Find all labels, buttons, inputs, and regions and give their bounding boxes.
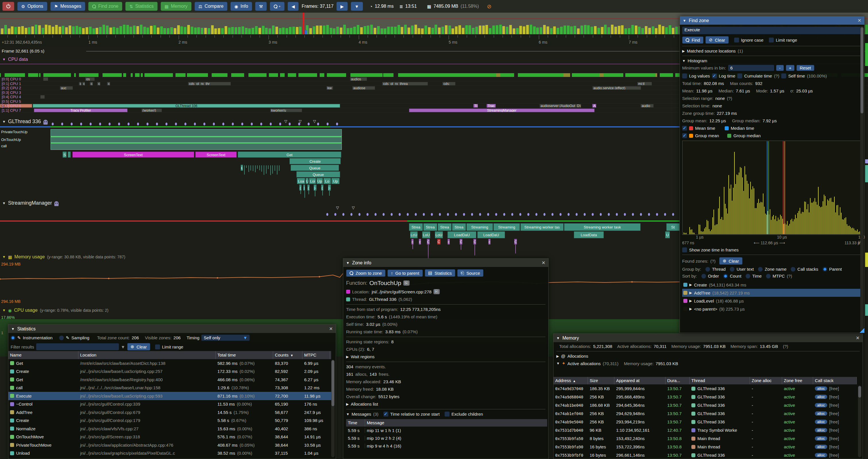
frame-bar[interactable] xyxy=(18,27,21,34)
frame-bar[interactable] xyxy=(282,28,285,34)
frame-bar[interactable] xyxy=(326,25,329,34)
tools-button[interactable]: ⚒ xyxy=(255,2,267,11)
frame-bar[interactable] xyxy=(472,28,474,34)
frame-bar[interactable] xyxy=(59,27,61,34)
column-header-size[interactable]: Size xyxy=(588,377,614,384)
frame-bar[interactable] xyxy=(411,26,413,34)
zone[interactable]: Loi xyxy=(309,178,316,184)
frame-bar[interactable] xyxy=(401,27,403,34)
instrumentation-radio[interactable] xyxy=(11,335,15,340)
frame-bar[interactable] xyxy=(48,25,51,34)
cpu-zone[interactable]: Tracy Profiler xyxy=(34,108,127,112)
alloc-callstack-button[interactable]: alloc xyxy=(815,403,827,407)
frame-bar[interactable] xyxy=(391,27,393,34)
frame-bar[interactable] xyxy=(621,25,624,34)
cpu-zone[interactable] xyxy=(43,77,48,81)
frame-bar[interactable] xyxy=(635,26,638,34)
frame-bar[interactable] xyxy=(408,28,410,34)
help-icon[interactable]: (?) xyxy=(710,259,715,264)
zone[interactable]: ScreenText xyxy=(72,152,194,158)
zone[interactable]: Get xyxy=(238,152,341,158)
frame-bar[interactable] xyxy=(377,26,380,34)
frame-bar[interactable] xyxy=(479,26,482,34)
radio-count[interactable] xyxy=(723,274,728,278)
frame-bar[interactable] xyxy=(38,25,41,34)
frame-bar[interactable] xyxy=(431,28,434,34)
cpu-zone[interactable]: auc xyxy=(60,86,73,90)
frame-bar[interactable] xyxy=(672,28,674,34)
statistics-row[interactable]: Normalizejni/../jni/src/claw/vfs/Vfs.cpp… xyxy=(8,425,331,433)
statistics-scrollbar[interactable] xyxy=(331,360,335,457)
zone[interactable]: c xyxy=(419,239,421,244)
frame-bar[interactable] xyxy=(289,27,291,34)
frame-bar[interactable] xyxy=(163,28,166,34)
frame-bar[interactable] xyxy=(194,28,197,34)
column-header-address[interactable]: Address▲ xyxy=(554,377,588,384)
cpu-zone[interactable]: c xyxy=(82,82,85,86)
frame-bar[interactable] xyxy=(669,25,671,34)
frame-bar[interactable] xyxy=(482,26,485,34)
frame-bar[interactable] xyxy=(25,28,27,34)
frame-bar[interactable] xyxy=(638,27,641,34)
limit-range-checkbox[interactable] xyxy=(769,38,774,42)
alloc-callstack-button[interactable]: alloc xyxy=(815,386,827,391)
statistics-button[interactable]: ⇅Statistics xyxy=(125,2,158,11)
allocation-row[interactable]: 0x74ab9e5040256 KB293,994,219ns13:50.7GL… xyxy=(554,418,857,426)
frame-bar[interactable] xyxy=(8,28,10,34)
frame-bar[interactable] xyxy=(468,25,471,34)
messages-button[interactable]: ⚑Messages xyxy=(50,2,85,11)
frame-bar[interactable] xyxy=(96,28,98,34)
frame-bar[interactable] xyxy=(364,26,366,34)
frame-bar-blue[interactable] xyxy=(305,30,307,34)
allocation-row[interactable]: 0x7553b9fa508 bytes153,492,240ns13:50.8M… xyxy=(554,434,857,442)
frame-bar[interactable] xyxy=(21,26,24,34)
frame-bar[interactable] xyxy=(608,27,610,34)
frame-bar[interactable] xyxy=(557,28,559,34)
zone[interactable]: Strea xyxy=(409,223,423,231)
frame-bar[interactable] xyxy=(316,26,318,34)
frame-bar[interactable] xyxy=(536,28,539,34)
frame-bar[interactable] xyxy=(675,27,678,34)
statistics-row[interactable]: OnTouchMovejni/../jni/src/guif/Screen.cp… xyxy=(8,433,331,441)
memory-usage-header[interactable]: ▼ ▦ Memory usage (y-range: 30.88 KB, vis… xyxy=(2,254,125,260)
frame-bar[interactable] xyxy=(492,26,495,34)
frame-bar[interactable] xyxy=(387,27,390,34)
zone[interactable]: Streaming worker tas xyxy=(521,223,563,231)
find-zone-button[interactable]: Find zone xyxy=(88,2,122,11)
frame-bar[interactable] xyxy=(86,27,88,34)
frame-bar[interactable] xyxy=(228,28,230,34)
frame-bar[interactable] xyxy=(157,28,159,34)
frame-bar[interactable] xyxy=(55,25,58,34)
zone[interactable]: c xyxy=(411,239,413,244)
memory-usage-graph[interactable] xyxy=(0,264,680,302)
memory-titlebar[interactable]: ▼ Memory ✕ xyxy=(554,334,863,342)
frame-bar[interactable] xyxy=(560,27,563,34)
compare-button[interactable]: ⚖Compare xyxy=(194,2,227,11)
frame-bar[interactable] xyxy=(336,27,339,34)
frame-bar[interactable] xyxy=(170,27,173,34)
frame-bar[interactable] xyxy=(221,28,224,34)
close-icon[interactable]: ✕ xyxy=(856,335,860,341)
frame-bar[interactable] xyxy=(357,25,359,34)
glthread-header[interactable]: ▼ GLThread 336 xyxy=(2,119,48,125)
zone[interactable]: LcU xyxy=(410,231,417,238)
frame-bar[interactable] xyxy=(648,28,651,34)
timing-dropdown[interactable]: Self only▼ xyxy=(202,335,250,341)
frame-bar[interactable] xyxy=(180,26,183,34)
frame-bar[interactable] xyxy=(252,28,254,34)
frame-bar[interactable] xyxy=(45,25,48,34)
frame-bar[interactable] xyxy=(167,28,169,34)
next-frame-button[interactable]: ▶ xyxy=(336,2,348,11)
frame-bar[interactable] xyxy=(14,27,17,34)
zone[interactable]: LoadData xyxy=(574,231,604,238)
zone[interactable]: LoU xyxy=(435,231,443,238)
frame-bar[interactable] xyxy=(618,26,620,34)
frame-bar[interactable] xyxy=(380,28,383,34)
frame-bar[interactable] xyxy=(665,27,668,34)
frame-bar[interactable] xyxy=(584,25,587,34)
frame-bar[interactable] xyxy=(174,28,176,34)
find-button[interactable]: Find xyxy=(682,36,704,44)
frame-bar[interactable] xyxy=(631,25,634,34)
zone-band[interactable] xyxy=(51,129,342,136)
frame-bar[interactable] xyxy=(343,25,346,34)
